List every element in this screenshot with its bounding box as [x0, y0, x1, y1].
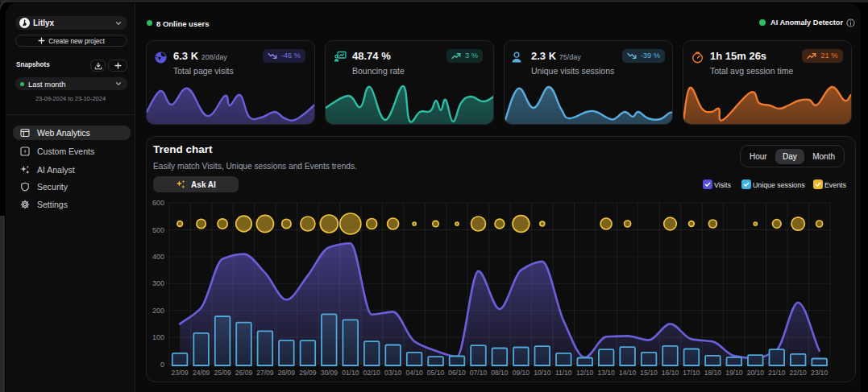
svg-text:400: 400 — [152, 253, 164, 261]
svg-text:17/10: 17/10 — [683, 369, 700, 377]
svg-text:02/10: 02/10 — [363, 369, 381, 377]
svg-text:15/10: 15/10 — [640, 369, 658, 377]
svg-text:19/10: 19/10 — [725, 369, 743, 377]
svg-text:07/10: 07/10 — [470, 369, 488, 377]
svg-text:29/09: 29/09 — [299, 369, 317, 377]
svg-text:11/10: 11/10 — [555, 369, 572, 377]
svg-text:0: 0 — [160, 361, 164, 369]
svg-text:09/10: 09/10 — [513, 369, 530, 377]
svg-text:18/10: 18/10 — [704, 369, 722, 377]
svg-text:12/10: 12/10 — [576, 369, 594, 377]
svg-text:06/10: 06/10 — [448, 369, 466, 377]
svg-text:03/10: 03/10 — [384, 369, 402, 377]
svg-text:08/10: 08/10 — [491, 369, 509, 377]
svg-text:22/10: 22/10 — [790, 369, 808, 377]
svg-text:23/09: 23/09 — [172, 369, 189, 377]
svg-text:26/09: 26/09 — [235, 369, 253, 377]
svg-text:04/10: 04/10 — [405, 369, 423, 377]
svg-text:05/10: 05/10 — [427, 369, 445, 377]
svg-text:100: 100 — [152, 333, 164, 341]
svg-text:28/09: 28/09 — [278, 369, 296, 377]
svg-text:300: 300 — [152, 279, 164, 287]
svg-text:27/09: 27/09 — [256, 369, 274, 377]
svg-text:600: 600 — [152, 199, 164, 207]
svg-text:500: 500 — [152, 226, 164, 234]
svg-text:200: 200 — [152, 307, 164, 315]
svg-text:25/09: 25/09 — [214, 369, 231, 377]
svg-text:23/10: 23/10 — [811, 369, 829, 377]
svg-text:21/10: 21/10 — [768, 369, 786, 377]
svg-text:10/10: 10/10 — [534, 369, 551, 377]
svg-text:24/09: 24/09 — [193, 369, 210, 377]
svg-text:01/10: 01/10 — [342, 369, 359, 377]
svg-text:20/10: 20/10 — [747, 369, 765, 377]
svg-text:16/10: 16/10 — [662, 369, 679, 377]
svg-text:30/09: 30/09 — [321, 369, 338, 377]
svg-text:14/10: 14/10 — [619, 369, 637, 377]
svg-text:13/10: 13/10 — [597, 369, 615, 377]
